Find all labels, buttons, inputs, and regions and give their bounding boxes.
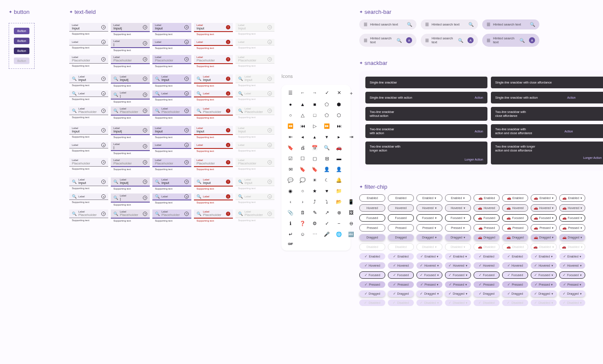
filter-chip[interactable]: ✓Focused [359,271,385,279]
error-icon[interactable]: ! [226,91,230,96]
filter-chip[interactable]: Hovered [388,204,414,212]
cancel-icon[interactable]: ✕ [143,196,147,200]
text-field[interactable]: LabelInput✕ [69,126,108,135]
cancel-icon[interactable]: ✕ [143,93,147,97]
text-field[interactable]: 🔍Label✕ [152,193,191,200]
filter-chip[interactable]: ✓Dragged [359,290,385,297]
text-field[interactable]: Label✕ [152,39,191,46]
cancel-icon[interactable]: ✕ [143,57,147,61]
text-field[interactable]: LabelPlaceholder! [194,158,233,167]
filter-chip[interactable]: ✓Enabled [359,253,385,260]
filter-chip[interactable]: ✓Enabled [502,253,528,260]
text-field[interactable]: 🔍LabelPlaceholder✕ [69,209,108,218]
filter-chip[interactable]: Pressed▾ [445,224,471,232]
cancel-icon[interactable]: ✕ [101,143,106,147]
avatar[interactable]: A [406,37,412,43]
text-field[interactable]: Label|✕ [111,39,150,48]
snackbar-action[interactable]: Action [475,130,483,133]
text-field[interactable]: LabelInput|✕ [111,126,150,135]
cancel-icon[interactable]: ✕ [101,77,106,81]
filter-chip[interactable]: 🚗Dragged▾ [531,234,557,241]
filter-chip[interactable]: 🚗Enabled▾ [531,194,557,202]
filter-chip[interactable]: 🚗Hovered▾ [531,204,557,212]
filter-chip[interactable]: 🚗Pressed▾ [559,224,585,232]
filter-chip[interactable]: 🚗Pressed▾ [531,224,557,232]
button-hovered[interactable]: Button [14,38,29,44]
search-bar[interactable]: ☰Hinted search text🔍A [359,34,416,47]
filter-chip[interactable]: 🚗Dragged▾ [559,234,585,241]
search-icon[interactable]: 🔍 [407,22,412,27]
filter-chip[interactable]: Pressed [388,224,414,232]
search-icon[interactable]: 🔍 [530,22,535,27]
filter-chip[interactable]: Focused [388,214,414,222]
cancel-icon[interactable]: ✕ [101,91,106,96]
cancel-icon[interactable]: ✕ [143,160,147,164]
filter-chip[interactable]: ✓Focused▾ [531,271,557,279]
snackbar-action[interactable]: Longer Action [583,156,602,161]
text-field[interactable]: 🔍LabelPlaceholder✕ [152,209,191,219]
text-field[interactable]: 🔍LabelInput|✕ [111,74,150,84]
cancel-icon[interactable]: ✕ [101,57,106,61]
cancel-icon[interactable]: ✕ [101,194,106,199]
snackbar-action[interactable]: Action [564,130,573,133]
text-field[interactable]: 🔍LabelPlaceholder✕ [111,209,150,219]
text-field[interactable]: Label|✕ [111,142,150,151]
filter-chip[interactable]: ✓Hovered [388,262,414,269]
text-field[interactable]: 🔍Label✕ [69,193,108,200]
filter-chip[interactable]: Enabled▾ [445,194,471,202]
cancel-icon[interactable]: ✕ [101,212,106,216]
filter-chip[interactable]: ✓Hovered▾ [559,262,585,269]
filter-chip[interactable]: Dragged [359,234,385,241]
text-field[interactable]: 🔍LabelPlaceholder! [194,106,233,116]
cancel-icon[interactable]: ✕ [101,109,106,113]
filter-chip[interactable]: 🚗Focused▾ [531,214,557,222]
cancel-icon[interactable]: ✕ [143,212,147,216]
filter-chip[interactable]: Pressed▾ [416,224,442,232]
cancel-icon[interactable]: ✕ [143,180,147,184]
cancel-icon[interactable]: ✕ [184,160,189,164]
filter-chip[interactable]: Hovered [359,204,385,212]
filter-chip[interactable]: ✓Hovered [502,262,528,269]
menu-icon[interactable]: ☰ [425,38,429,43]
cancel-icon[interactable]: ✕ [143,128,147,132]
cancel-icon[interactable]: ✕ [143,77,147,81]
snackbar-action[interactable]: Longer Action [464,158,483,161]
cancel-icon[interactable]: ✕ [184,180,189,184]
filter-chip[interactable]: ✓Pressed [474,281,500,288]
filter-chip[interactable]: 🚗Enabled▾ [559,194,585,202]
text-field[interactable]: 🔍Label|✕ [111,90,150,100]
filter-chip[interactable]: ✓Dragged [388,290,414,297]
text-field[interactable]: 🔍Label✕ [69,90,108,97]
error-icon[interactable]: ! [226,57,230,61]
button-pressed[interactable]: Button [14,48,29,54]
filter-chip[interactable]: ✓Hovered▾ [445,262,471,269]
cancel-icon[interactable]: ✕ [184,25,189,29]
text-field[interactable]: LabelInput✕ [152,126,191,135]
text-field[interactable]: Label✕ [152,142,191,149]
filter-chip[interactable]: 🚗Pressed [502,224,528,232]
filter-chip[interactable]: ✓Hovered▾ [531,262,557,269]
filter-chip[interactable]: 🚗Hovered [502,204,528,212]
cancel-icon[interactable]: ✕ [143,144,147,148]
cancel-icon[interactable]: ✕ [184,212,189,216]
menu-icon[interactable]: ☰ [425,22,429,27]
text-field[interactable]: LabelPlaceholder✕ [69,55,108,64]
filter-chip[interactable]: Enabled [388,194,414,202]
filter-chip[interactable]: ✓Dragged▾ [445,290,471,297]
text-field[interactable]: 🔍LabelInput! [194,177,233,187]
text-field[interactable]: 🔍Label|✕ [111,193,150,203]
cancel-icon[interactable]: ✕ [184,143,189,147]
search-bar[interactable]: ☰Hinted search text🔍 [359,19,416,29]
text-field[interactable]: LabelInput! [194,23,233,32]
text-field[interactable]: 🔍Label✕ [152,90,191,97]
text-field[interactable]: 🔍LabelInput✕ [69,177,108,186]
text-field[interactable]: Label✕ [69,39,108,45]
text-field[interactable]: 🔍LabelPlaceholder✕ [69,106,108,115]
cancel-icon[interactable]: ✕ [143,41,147,45]
filter-chip[interactable]: ✓Focused▾ [445,271,471,279]
menu-icon[interactable]: ☰ [364,22,368,27]
text-field[interactable]: LabelPlaceholder✕ [152,55,191,64]
text-field[interactable]: 🔍LabelPlaceholder! [194,209,233,219]
cancel-icon[interactable]: ✕ [184,77,189,81]
filter-chip[interactable]: 🚗Focused [502,214,528,222]
